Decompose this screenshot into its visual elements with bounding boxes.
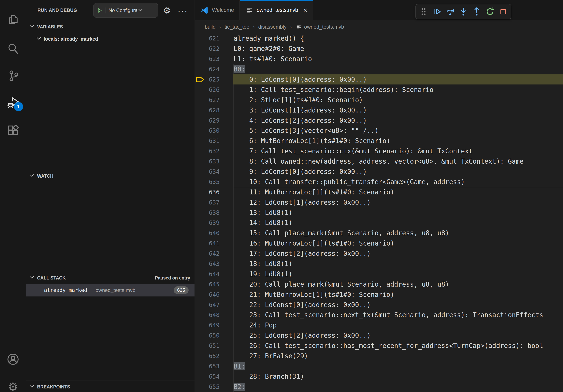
gutter[interactable] (195, 54, 206, 64)
code-line-632[interactable]: 632 7: Call test_scenario::ctx(&mut Scen… (195, 146, 563, 156)
code-line-641[interactable]: 641 16: MutBorrowLoc[1](ts#1#0: Scenario… (195, 238, 563, 248)
step-over-icon[interactable] (445, 6, 456, 17)
gutter[interactable] (195, 238, 206, 248)
account-icon[interactable] (0, 346, 26, 372)
code-line-630[interactable]: 630 5: LdConst[3](vector<u8>: "" /..) (195, 126, 563, 136)
gutter[interactable] (195, 228, 206, 238)
code-line-655[interactable]: 655B2: (195, 381, 563, 392)
continue-icon[interactable] (431, 6, 442, 17)
variables-locals-scope[interactable]: locals: already_marked (26, 33, 194, 45)
code-line-638[interactable]: 638 13: LdU8(1) (195, 208, 563, 218)
code-line-648[interactable]: 648 23: Call test_scenario::next_tx(&mut… (195, 310, 563, 320)
breadcrumb-item-build[interactable]: build (205, 24, 216, 30)
code-line-649[interactable]: 649 24: Pop (195, 320, 563, 330)
call-stack-frame-row[interactable]: already_marked owned_tests.mvb 625 (26, 284, 194, 297)
gutter[interactable] (195, 44, 206, 54)
debug-configuration-dropdown[interactable]: No Configura (93, 3, 158, 18)
gutter[interactable] (195, 248, 206, 259)
watch-section-header[interactable]: WATCH (26, 170, 194, 182)
gutter[interactable] (195, 351, 206, 361)
gutter[interactable] (195, 126, 206, 136)
code-editor[interactable]: 621already_marked() {622L0: game#2#0: Ga… (195, 33, 563, 392)
code-line-635[interactable]: 635 10: Call transfer::public_transfer<G… (195, 177, 563, 187)
code-line-654[interactable]: 654 28: Branch(31) (195, 371, 563, 381)
gutter[interactable] (195, 33, 206, 44)
variables-section-header[interactable]: VARIABLES (26, 21, 194, 33)
code-line-629[interactable]: 629 4: LdConst[2](address: 0x00..) (195, 115, 563, 126)
gutter[interactable] (195, 95, 206, 105)
code-line-622[interactable]: 622L0: game#2#0: Game (195, 44, 563, 54)
debug-settings-gear-icon[interactable]: ⚙ (160, 0, 173, 21)
files-icon[interactable] (0, 8, 26, 34)
code-line-624[interactable]: 624B0: (195, 64, 563, 74)
code-line-651[interactable]: 651 26: Call test_scenario::has_most_rec… (195, 341, 563, 351)
tab-owned-tests-mvb[interactable]: owned_tests.mvb× (240, 0, 313, 20)
code-line-625[interactable]: 625 0: LdConst[0](address: 0x00..) (195, 74, 563, 85)
gutter[interactable] (195, 208, 206, 218)
code-line-631[interactable]: 631 6: MutBorrowLoc[1](ts#1#0: Scenario) (195, 136, 563, 146)
gutter[interactable] (195, 269, 206, 279)
code-line-644[interactable]: 644 19: LdU8(1) (195, 269, 563, 279)
breakpoints-section-header[interactable]: BREAKPOINTS (26, 380, 194, 392)
extensions-icon[interactable] (0, 118, 26, 144)
gutter[interactable] (195, 105, 206, 115)
source-control-icon[interactable] (0, 63, 26, 88)
search-icon[interactable] (0, 36, 26, 62)
stop-icon[interactable] (498, 6, 509, 17)
more-actions-icon[interactable]: ··· (176, 0, 189, 21)
step-into-icon[interactable] (458, 6, 469, 17)
code-line-621[interactable]: 621already_marked() { (195, 33, 563, 44)
code-line-643[interactable]: 643 18: LdU8(1) (195, 259, 563, 269)
gutter[interactable] (195, 310, 206, 320)
gutter[interactable] (195, 300, 206, 310)
gutter[interactable] (195, 64, 206, 74)
breadcrumb-item-tic-tac-toe[interactable]: tic_tac_toe (225, 24, 249, 30)
code-line-633[interactable]: 633 8: Call owned::new(address, address,… (195, 156, 563, 167)
code-line-650[interactable]: 650 25: LdConst[2](address: 0x00..) (195, 330, 563, 341)
gutter[interactable] (195, 330, 206, 341)
code-line-652[interactable]: 652 27: BrFalse(29) (195, 351, 563, 361)
code-line-647[interactable]: 647 22: LdConst[0](address: 0x00..) (195, 300, 563, 310)
gutter[interactable] (195, 187, 206, 197)
code-line-640[interactable]: 640 15: Call place_mark(&mut Scenario, a… (195, 228, 563, 238)
gutter[interactable] (195, 156, 206, 167)
settings-gear-icon[interactable]: ⚙ (0, 374, 26, 392)
gutter[interactable] (195, 197, 206, 208)
gutter[interactable] (195, 320, 206, 330)
code-line-645[interactable]: 645 20: Call place_mark(&mut Scenario, a… (195, 279, 563, 289)
step-out-icon[interactable] (471, 6, 482, 17)
close-icon[interactable]: × (303, 7, 307, 14)
code-line-637[interactable]: 637 12: LdConst[1](address: 0x00..) (195, 197, 563, 208)
gutter[interactable] (195, 177, 206, 187)
drag-grip-icon[interactable] (418, 6, 429, 17)
code-line-636[interactable]: 636 11: MutBorrowLoc[1](ts#1#0: Scenario… (195, 187, 563, 197)
run-debug-icon[interactable]: 1 (0, 90, 26, 116)
restart-icon[interactable] (485, 6, 496, 17)
gutter[interactable] (195, 361, 206, 371)
breadcrumb-item-owned-tests-mvb[interactable]: owned_tests.mvb (295, 24, 344, 30)
code-line-646[interactable]: 646 21: MutBorrowLoc[1](ts#1#0: Scenario… (195, 289, 563, 300)
code-line-634[interactable]: 634 9: LdConst[0](address: 0x00..) (195, 167, 563, 177)
code-line-623[interactable]: 623L1: ts#1#0: Scenario (195, 54, 563, 64)
code-line-653[interactable]: 653B1: (195, 361, 563, 371)
code-line-628[interactable]: 628 3: LdConst[1](address: 0x00..) (195, 105, 563, 115)
call-stack-section-header[interactable]: CALL STACK Paused on entry (26, 272, 194, 284)
start-debug-icon[interactable] (93, 8, 106, 13)
code-line-626[interactable]: 626 1: Call test_scenario::begin(address… (195, 84, 563, 95)
gutter[interactable] (195, 289, 206, 300)
code-line-639[interactable]: 639 14: LdU8(1) (195, 218, 563, 228)
gutter[interactable] (195, 218, 206, 228)
gutter[interactable] (195, 167, 206, 177)
gutter[interactable] (195, 279, 206, 289)
breadcrumb-item-disassembly[interactable]: disassembly (258, 24, 286, 30)
debug-current-line-icon[interactable] (195, 74, 206, 85)
gutter[interactable] (195, 136, 206, 146)
gutter[interactable] (195, 371, 206, 381)
gutter[interactable] (195, 259, 206, 269)
code-line-642[interactable]: 642 17: LdConst[2](address: 0x00..) (195, 248, 563, 259)
tab-welcome[interactable]: Welcome (195, 0, 240, 20)
gutter[interactable] (195, 381, 206, 392)
gutter[interactable] (195, 115, 206, 126)
code-line-627[interactable]: 627 2: StLoc[1](ts#1#0: Scenario) (195, 95, 563, 105)
gutter[interactable] (195, 146, 206, 156)
